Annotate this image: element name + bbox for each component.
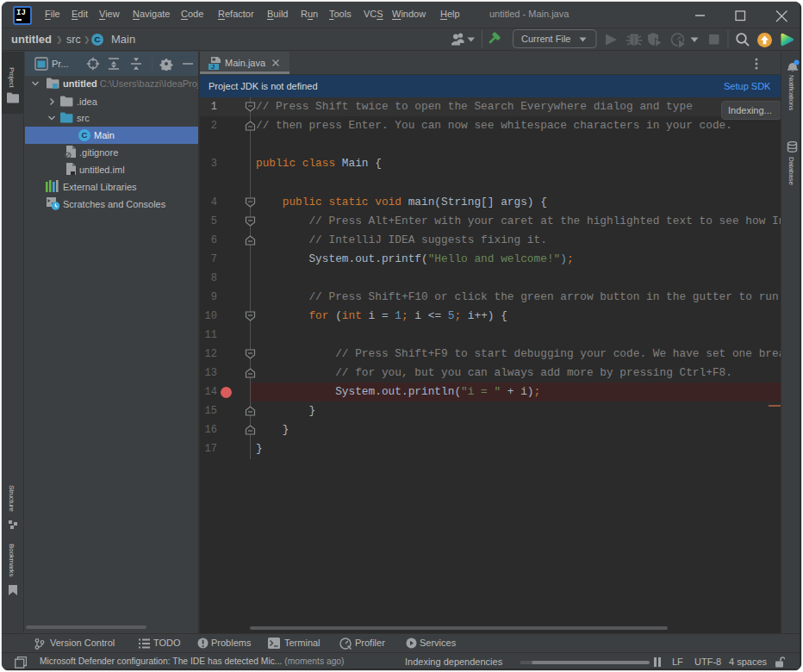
- svg-text:Current File: Current File: [521, 34, 570, 44]
- svg-text:J: J: [211, 63, 215, 70]
